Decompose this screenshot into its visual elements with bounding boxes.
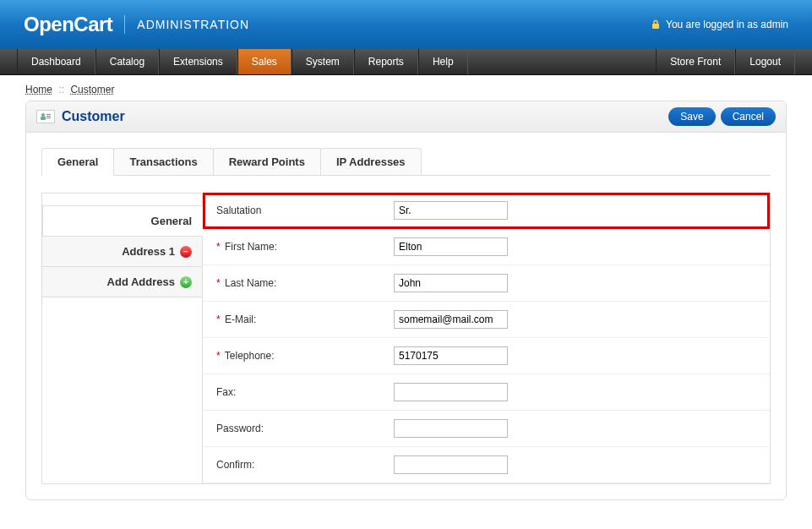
vtab-address-1-label: Address 1: [122, 245, 175, 258]
top-nav-left: Dashboard Catalog Extensions Sales Syste…: [0, 49, 468, 74]
tab-ip-addresses[interactable]: IP Addresses: [320, 148, 422, 175]
input-salutation[interactable]: [394, 201, 508, 220]
label-password: Password:: [216, 423, 394, 434]
customer-icon: [36, 110, 55, 123]
row-telephone: * Telephone:: [203, 338, 770, 374]
vtab-add-address[interactable]: Add Address +: [42, 267, 202, 297]
save-button[interactable]: Save: [668, 107, 715, 126]
input-password[interactable]: [394, 419, 508, 438]
breadcrumb-sep: ::: [58, 84, 64, 95]
row-first-name: * First Name:: [203, 229, 770, 265]
nav-extensions[interactable]: Extensions: [159, 49, 237, 74]
remove-address-icon[interactable]: −: [180, 246, 192, 258]
login-status: You are logged in as admin: [651, 0, 788, 49]
label-fax: Fax:: [216, 386, 394, 398]
breadcrumb-current[interactable]: Customer: [70, 84, 114, 95]
nav-logout[interactable]: Logout: [735, 49, 795, 74]
input-telephone[interactable]: [394, 346, 508, 365]
tab-reward-points[interactable]: Reward Points: [213, 148, 321, 175]
label-last-name: * Last Name:: [216, 277, 394, 289]
label-first-name: * First Name:: [216, 241, 394, 253]
input-first-name[interactable]: [394, 237, 508, 256]
nav-help[interactable]: Help: [418, 49, 468, 74]
label-salutation: Salutation: [216, 205, 394, 216]
lock-icon: [651, 19, 661, 30]
vertical-tabs: General Address 1 − Add Address +: [41, 193, 202, 484]
tab-general[interactable]: General: [41, 148, 114, 176]
row-password: Password:: [203, 411, 770, 447]
row-fax: Fax:: [203, 374, 770, 411]
vtab-add-address-label: Add Address: [107, 275, 175, 288]
label-confirm: Confirm:: [216, 459, 394, 471]
input-fax[interactable]: [394, 383, 508, 401]
input-confirm[interactable]: [394, 455, 508, 474]
input-email[interactable]: [394, 310, 508, 329]
nav-dashboard[interactable]: Dashboard: [17, 49, 95, 74]
nav-reports[interactable]: Reports: [354, 49, 418, 74]
label-email: * E-Mail:: [216, 314, 394, 325]
add-address-icon[interactable]: +: [180, 276, 192, 288]
row-salutation: Salutation: [203, 193, 770, 229]
app-header: OpenCart ADMINISTRATION You are logged i…: [0, 0, 812, 49]
horizontal-tabs: General Transactions Reward Points IP Ad…: [41, 148, 771, 176]
vtab-address-1[interactable]: Address 1 −: [42, 237, 202, 267]
row-confirm: Confirm:: [203, 447, 770, 483]
login-status-text: You are logged in as admin: [666, 19, 788, 30]
nav-store-front[interactable]: Store Front: [656, 49, 735, 74]
logo-divider: [124, 15, 125, 34]
row-last-name: * Last Name:: [203, 265, 770, 302]
nav-sales[interactable]: Sales: [237, 49, 292, 74]
content-panel: Customer Save Cancel General Transaction…: [25, 101, 787, 500]
top-nav-right: Store Front Logout: [656, 49, 812, 74]
vtab-general-label: General: [151, 215, 192, 227]
svg-rect-2: [41, 117, 46, 120]
breadcrumb-home[interactable]: Home: [25, 84, 52, 95]
page-title: Customer: [62, 109, 125, 124]
svg-rect-4: [46, 116, 51, 117]
label-telephone: * Telephone:: [216, 350, 394, 362]
svg-rect-3: [46, 114, 51, 115]
svg-rect-5: [46, 117, 51, 118]
form-fields: Salutation * First Name: * Last Name: * …: [202, 193, 771, 484]
top-nav: Dashboard Catalog Extensions Sales Syste…: [0, 49, 812, 75]
logo: OpenCart: [24, 13, 112, 36]
nav-system[interactable]: System: [292, 49, 354, 74]
svg-point-1: [41, 113, 45, 117]
admin-label: ADMINISTRATION: [137, 18, 249, 31]
row-email: * E-Mail:: [203, 302, 770, 338]
input-last-name[interactable]: [394, 274, 508, 292]
svg-rect-0: [652, 24, 659, 29]
panel-header: Customer Save Cancel: [26, 101, 786, 133]
vtab-general[interactable]: General: [42, 205, 203, 237]
nav-catalog[interactable]: Catalog: [95, 49, 159, 74]
cancel-button[interactable]: Cancel: [721, 107, 776, 126]
tab-transactions[interactable]: Transactions: [113, 148, 213, 175]
breadcrumb: Home :: Customer: [0, 75, 812, 101]
